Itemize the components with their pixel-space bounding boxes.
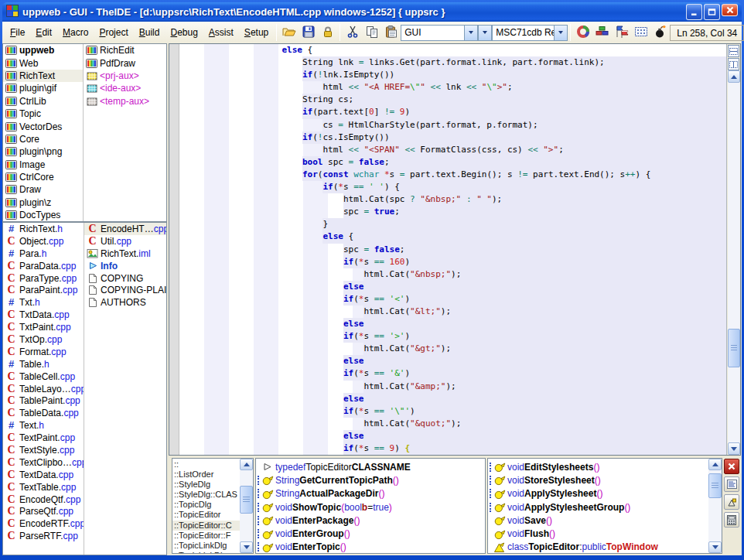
scope-item[interactable]: ::TopicLinkDlg:: <box>172 551 240 553</box>
close-assist-button[interactable] <box>724 459 739 474</box>
code-line[interactable]: html.Cat("&gt;"); <box>179 343 726 355</box>
close-icon[interactable] <box>722 4 738 16</box>
file-item[interactable]: CTextPaint.cpp <box>3 432 84 444</box>
save-button[interactable] <box>299 23 318 42</box>
file-item[interactable]: #Txt.h <box>3 296 84 309</box>
assist-item[interactable]: typedef TopicEditor CLASSNAME <box>256 460 485 473</box>
scope-item[interactable]: ::StyleDlg::CLAS <box>172 490 240 500</box>
split-horizontal-button[interactable] <box>728 45 739 57</box>
package-item[interactable]: VectorDes <box>3 120 83 132</box>
maximize-button[interactable] <box>704 4 720 20</box>
code-line[interactable]: else { <box>179 230 726 243</box>
package-item[interactable]: plugin\gif <box>3 82 83 94</box>
file-item[interactable]: CTxtData.cpp <box>3 309 84 321</box>
file-item[interactable]: AUTHORS <box>84 296 166 309</box>
file-item[interactable]: CTableLayo…cpp <box>3 383 84 395</box>
menu-assist[interactable]: Assist <box>203 24 239 41</box>
file-item[interactable]: #Para.h <box>3 248 84 260</box>
code-line[interactable]: else { <box>179 44 726 56</box>
file-item[interactable]: RichText.iml <box>84 248 166 260</box>
code-line[interactable]: spc = true; <box>179 206 726 218</box>
scroll-up-icon[interactable] <box>728 70 740 83</box>
code-line[interactable]: if(!cs.IsEmpty()) <box>179 131 726 144</box>
scroll-down-icon[interactable] <box>708 541 722 553</box>
assist-item[interactable]: void ApplyStylesheetGroup() <box>488 500 708 514</box>
calculator-button[interactable] <box>724 512 739 528</box>
code-line[interactable]: for(const wchar *s = part.text.Begin(); … <box>179 169 726 181</box>
build-method-combo[interactable]: MSC71cdb Relea <box>492 25 568 41</box>
assist-item[interactable]: void EnterTopic() <box>256 541 485 554</box>
file-item[interactable]: CParaData.cpp <box>3 260 84 272</box>
file-item[interactable]: CUtil.cpp <box>84 235 166 248</box>
scope-item[interactable]: ::TopicEditor <box>172 510 240 520</box>
code-line[interactable]: if(*s == '<') <box>179 293 726 306</box>
copy-button[interactable] <box>362 23 381 42</box>
editor-code-area[interactable]: else { String lnk = links.Get(part.forma… <box>179 44 726 455</box>
file-item[interactable]: #RichText.h <box>3 223 84 235</box>
file-item[interactable]: CFormat.cpp <box>3 346 84 358</box>
code-line[interactable]: if(*s == ' ') { <box>179 181 726 193</box>
package-item[interactable]: <ide-aux> <box>84 82 166 94</box>
menu-macro[interactable]: Macro <box>57 24 94 41</box>
scroll-up-icon[interactable] <box>240 459 253 470</box>
assist-scrollbar[interactable] <box>708 459 722 553</box>
file-item[interactable]: CParseRTF.cpp <box>3 530 84 542</box>
file-item[interactable]: CTxtOp.cpp <box>3 333 84 346</box>
file-item[interactable]: CTablePaint.cpp <box>3 394 84 407</box>
build-method-dropdown-button[interactable] <box>478 25 492 41</box>
menu-project[interactable]: Project <box>94 24 133 41</box>
code-line[interactable]: if(part.text[0] != 9) <box>179 106 726 118</box>
chevron-down-icon[interactable] <box>554 26 567 40</box>
package-item[interactable]: plugin\png <box>3 145 83 158</box>
package-item[interactable]: Draw <box>3 183 83 196</box>
file-item[interactable]: COPYING-PLAIN <box>84 284 166 296</box>
assist-item[interactable]: class TopicEditor : public TopWindow <box>488 541 708 553</box>
assist-item[interactable]: void Flush() <box>488 527 708 540</box>
scope-item[interactable]: ::TopicEditor::C <box>172 521 240 531</box>
assist-item[interactable]: void Save() <box>488 514 708 527</box>
file-item[interactable]: CTxtPaint.cpp <box>3 321 84 333</box>
split-vertical-button[interactable] <box>728 58 739 70</box>
console-button[interactable] <box>724 476 739 492</box>
code-line[interactable]: String cs; <box>179 94 726 106</box>
scope-item[interactable]: ::TopicLinkDlg <box>172 541 240 551</box>
package-item[interactable]: Web <box>3 56 83 69</box>
scroll-down-icon[interactable] <box>728 442 740 455</box>
scope-item[interactable]: ::ListOrder <box>172 470 240 480</box>
chevron-down-icon[interactable] <box>464 26 477 40</box>
code-line[interactable]: spc = false; <box>179 244 726 256</box>
package-item[interactable]: RichText <box>3 70 83 82</box>
file-item[interactable]: CEncodeQtf.cpp <box>3 493 84 506</box>
code-line[interactable]: String lnk = links.Get(part.format.link,… <box>179 56 726 69</box>
file-item[interactable]: CParaType.cpp <box>3 272 84 285</box>
assist-item[interactable]: void StoreStylesheet() <box>488 473 708 487</box>
package-item[interactable]: PdfDraw <box>84 56 166 69</box>
scroll-track[interactable] <box>728 83 740 442</box>
package-item[interactable]: DocTypes <box>3 209 83 221</box>
menu-build[interactable]: Build <box>134 24 166 41</box>
flags-button[interactable] <box>612 23 631 42</box>
assist-item[interactable]: void EditStylesheets() <box>488 460 708 473</box>
scroll-down-icon[interactable] <box>240 541 253 553</box>
code-line[interactable]: if(*s == '>') <box>179 330 726 343</box>
open-folder-button[interactable] <box>279 23 299 42</box>
scroll-track[interactable] <box>708 470 722 541</box>
code-line[interactable]: html.Cat(spc ? "&nbsp;" : " "); <box>179 193 726 206</box>
package-item[interactable]: <prj-aux> <box>84 70 166 82</box>
package-item[interactable]: Topic <box>3 108 83 120</box>
assist-item[interactable]: void EnterPackage() <box>256 514 485 527</box>
menu-file[interactable]: File <box>5 24 30 41</box>
package-item[interactable]: uppweb <box>3 44 83 56</box>
package-item[interactable]: CtrlLib <box>3 95 83 108</box>
package-item[interactable]: <temp-aux> <box>84 95 166 108</box>
build-button[interactable] <box>592 23 612 42</box>
code-editor[interactable]: else { String lnk = links.Get(part.forma… <box>169 43 741 456</box>
code-line[interactable]: html << "<A HREF=\"" << lnk << "\">"; <box>179 81 726 94</box>
file-item[interactable]: CEncodeHT…cpp <box>84 223 166 235</box>
assist-item[interactable]: String GetCurrentTopicPath() <box>256 473 485 487</box>
code-line[interactable]: else <box>179 430 726 442</box>
scroll-track[interactable] <box>240 470 253 541</box>
code-line[interactable]: html.Cat("&amp;"); <box>179 381 726 393</box>
code-line[interactable]: if(!lnk.IsEmpty()) <box>179 69 726 81</box>
file-item[interactable]: CParaPaint.cpp <box>3 284 84 296</box>
